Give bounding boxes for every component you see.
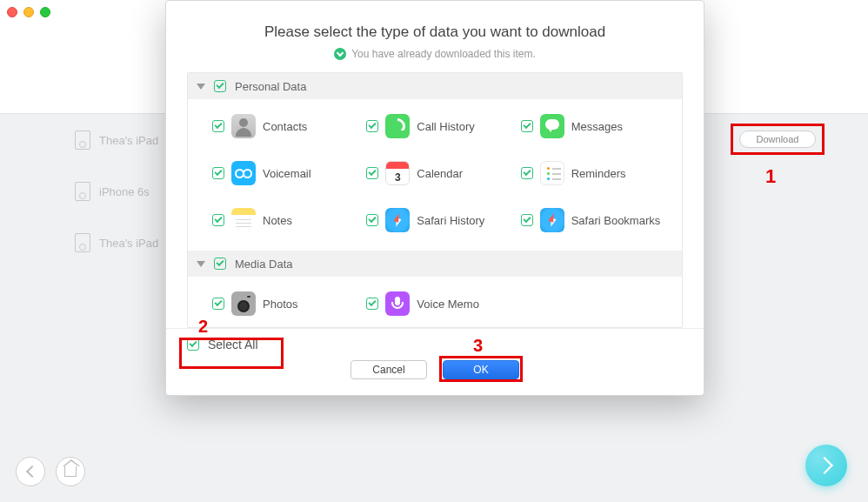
data-type-list: Personal Data Contacts Call History Mess… — [187, 72, 683, 328]
checkbox[interactable] — [214, 258, 226, 270]
device-icon — [75, 131, 90, 150]
item-call-history[interactable]: Call History — [366, 103, 520, 150]
annotation-label-2: 2 — [198, 317, 208, 337]
home-icon — [64, 466, 77, 477]
checkbox[interactable] — [366, 167, 378, 179]
item-label: Notes — [263, 214, 292, 227]
item-safari-bookmarks[interactable]: Safari Bookmarks — [521, 197, 675, 244]
home-button[interactable] — [56, 457, 85, 486]
checkbox[interactable] — [366, 120, 378, 132]
item-voice-memo[interactable]: Voice Memo — [366, 280, 520, 327]
item-photos[interactable]: Photos — [212, 280, 366, 327]
item-empty — [521, 280, 675, 327]
chevron-down-icon — [197, 84, 205, 90]
device-label: iPhone 6s — [99, 185, 150, 198]
item-label: Reminders — [571, 167, 626, 180]
item-label: Safari Bookmarks — [571, 214, 661, 227]
item-contacts[interactable]: Contacts — [212, 103, 366, 150]
checkbox[interactable] — [212, 167, 224, 179]
sidebar-item-device[interactable]: iPhone 6s — [75, 178, 175, 204]
item-voicemail[interactable]: Voicemail — [212, 150, 366, 197]
window-controls — [7, 7, 50, 17]
item-calendar[interactable]: 3 Calendar — [366, 150, 520, 197]
item-safari-history[interactable]: Safari History — [366, 197, 520, 244]
modal-subtitle: You have already downloaded this item. — [166, 48, 704, 60]
checkbox[interactable] — [521, 120, 533, 132]
item-label: Voicemail — [263, 167, 311, 180]
contacts-icon — [231, 114, 256, 138]
item-label: Contacts — [263, 120, 307, 133]
notes-icon — [231, 208, 256, 232]
items-grid-personal: Contacts Call History Messages Voicemail… — [188, 99, 682, 251]
minimize-icon[interactable] — [23, 7, 34, 17]
cancel-button[interactable]: Cancel — [351, 360, 427, 379]
device-icon — [75, 233, 90, 252]
download-complete-icon — [334, 48, 346, 60]
arrow-right-icon — [816, 457, 833, 474]
close-icon[interactable] — [7, 7, 17, 17]
maximize-icon[interactable] — [40, 7, 50, 17]
item-reminders[interactable]: Reminders — [521, 150, 675, 197]
checkbox[interactable] — [521, 214, 533, 226]
device-icon — [75, 182, 90, 201]
arrow-left-icon — [25, 465, 37, 478]
annotation-box-1 — [731, 124, 825, 155]
back-button[interactable] — [16, 457, 45, 486]
sidebar-item-device[interactable]: Thea's iPad — [75, 127, 175, 153]
item-messages[interactable]: Messages — [521, 103, 675, 150]
calendar-day: 3 — [386, 171, 409, 184]
voicemail-icon — [231, 161, 256, 185]
item-label: Voice Memo — [417, 298, 479, 311]
checkbox[interactable] — [212, 120, 224, 132]
safari-icon — [540, 208, 564, 232]
sidebar-item-device[interactable]: Thea's iPad — [75, 230, 175, 256]
annotation-label-1: 1 — [765, 165, 776, 188]
item-label: Messages — [571, 120, 623, 133]
phone-icon — [385, 114, 410, 138]
checkbox[interactable] — [521, 167, 533, 179]
checkbox[interactable] — [366, 214, 378, 226]
group-title: Media Data — [235, 258, 292, 271]
group-header-personal[interactable]: Personal Data — [188, 73, 682, 99]
download-modal: Please select the type of data you want … — [165, 0, 704, 396]
checkbox[interactable] — [214, 80, 226, 92]
safari-icon — [385, 208, 410, 232]
device-label: Thea's iPad — [99, 237, 158, 250]
microphone-icon — [385, 291, 410, 316]
item-label: Calendar — [417, 167, 463, 180]
device-sidebar: Thea's iPad iPhone 6s Thea's iPad — [75, 127, 175, 281]
checkbox[interactable] — [212, 298, 224, 310]
items-grid-media: Photos Voice Memo — [188, 277, 682, 328]
group-title: Personal Data — [235, 80, 306, 93]
chevron-down-icon — [197, 261, 205, 267]
annotation-box-3 — [439, 356, 523, 382]
bottom-nav — [16, 457, 85, 486]
checkbox[interactable] — [212, 214, 224, 226]
camera-icon — [231, 291, 256, 316]
device-label: Thea's iPad — [99, 134, 158, 147]
item-notes[interactable]: Notes — [212, 197, 366, 244]
item-label: Photos — [263, 298, 297, 311]
modal-subtitle-text: You have already downloaded this item. — [351, 48, 536, 60]
calendar-icon: 3 — [385, 161, 410, 185]
next-button[interactable] — [805, 445, 847, 486]
modal-title: Please select the type of data you want … — [166, 23, 704, 41]
messages-icon — [540, 114, 564, 138]
reminders-icon — [540, 161, 564, 185]
item-label: Call History — [417, 120, 474, 133]
annotation-box-2 — [179, 338, 284, 369]
checkbox[interactable] — [366, 298, 378, 310]
group-header-media[interactable]: Media Data — [188, 251, 682, 277]
annotation-label-3: 3 — [473, 336, 483, 356]
item-label: Safari History — [417, 214, 484, 227]
